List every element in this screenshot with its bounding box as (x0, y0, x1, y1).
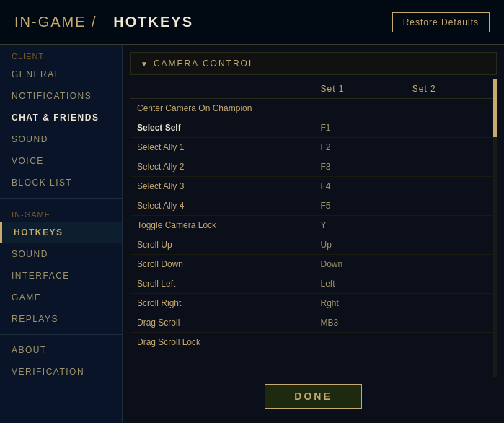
set1-cell[interactable] (314, 333, 405, 352)
table-row: Scroll RightRght (130, 294, 497, 313)
table-row: Select Ally 1F2 (130, 138, 497, 157)
set2-cell[interactable] (405, 157, 497, 177)
set1-cell[interactable]: MB3 (314, 313, 405, 333)
table-row: Select Ally 4F5 (130, 196, 497, 216)
sidebar-item-game[interactable]: GAME (0, 287, 122, 308)
action-cell: Select Ally 4 (130, 196, 314, 216)
sidebar-item-replays[interactable]: REPLAYS (0, 308, 122, 330)
set1-cell[interactable]: F1 (314, 118, 405, 138)
action-cell: Center Camera On Champion (130, 99, 314, 118)
action-cell: Drag Scroll (130, 313, 314, 333)
set2-cell[interactable] (405, 235, 497, 255)
set1-cell[interactable]: Rght (314, 294, 405, 313)
set1-cell[interactable]: F2 (314, 138, 405, 157)
set2-cell[interactable] (405, 255, 497, 274)
set1-cell[interactable]: Down (314, 255, 405, 274)
header: IN-GAME / HOTKEYS Restore Defaults (0, 0, 504, 45)
main-layout: Client GENERAL NOTIFICATIONS CHAT & FRIE… (0, 45, 504, 423)
set2-cell[interactable] (405, 118, 497, 138)
table-row: Select Ally 2F3 (130, 157, 497, 177)
set2-cell[interactable] (405, 196, 497, 216)
action-cell: Select Ally 2 (130, 157, 314, 177)
collapse-arrow-icon[interactable]: ▼ (141, 60, 148, 68)
sidebar-item-verification[interactable]: VERIFICATION (0, 361, 122, 383)
client-section-label: Client (0, 45, 122, 64)
scroll-thumb (493, 79, 497, 137)
done-button[interactable]: DONE (265, 384, 361, 409)
table-row: Center Camera On Champion (130, 99, 497, 118)
action-cell: Select Ally 3 (130, 177, 314, 196)
sidebar-item-sound-ingame[interactable]: SOUND (0, 243, 122, 265)
sidebar-item-sound-client[interactable]: SOUND (0, 128, 122, 150)
sidebar: Client GENERAL NOTIFICATIONS CHAT & FRIE… (0, 45, 123, 423)
action-cell: Toggle Camera Lock (130, 216, 314, 235)
table-header: Set 1 Set 2 (130, 79, 497, 99)
sidebar-item-chat-friends[interactable]: CHAT & FRIENDS (0, 107, 122, 128)
col-action (130, 79, 314, 99)
table-row: Toggle Camera LockY (130, 216, 497, 235)
restore-defaults-button[interactable]: Restore Defaults (392, 12, 490, 32)
action-cell: Scroll Right (130, 294, 314, 313)
hotkeys-table-wrapper: Set 1 Set 2 Center Camera On ChampionSel… (130, 79, 497, 377)
table-row: Select Ally 3F4 (130, 177, 497, 196)
action-cell: Select Ally 1 (130, 138, 314, 157)
col-set2: Set 2 (405, 79, 497, 99)
sidebar-item-voice[interactable]: VOICE (0, 150, 122, 172)
hotkeys-table: Set 1 Set 2 Center Camera On ChampionSel… (130, 79, 497, 352)
breadcrumb-prefix: IN-GAME / (14, 14, 97, 30)
set1-cell[interactable]: Up (314, 235, 405, 255)
set2-cell[interactable] (405, 333, 497, 352)
table-row: Scroll DownDown (130, 255, 497, 274)
content-area: ▼ CAMERA CONTROL Set 1 Set 2 Center Came… (123, 45, 504, 423)
table-row: Scroll UpUp (130, 235, 497, 255)
set2-cell[interactable] (405, 138, 497, 157)
sidebar-item-general[interactable]: GENERAL (0, 64, 122, 85)
set1-cell[interactable]: F3 (314, 157, 405, 177)
set2-cell[interactable] (405, 313, 497, 333)
set2-cell[interactable] (405, 177, 497, 196)
sidebar-item-block-list[interactable]: BLOCK LIST (0, 172, 122, 193)
hotkeys-body: Center Camera On ChampionSelect SelfF1Se… (130, 99, 497, 352)
set1-cell[interactable] (314, 99, 405, 118)
set2-cell[interactable] (405, 294, 497, 313)
action-cell: Scroll Up (130, 235, 314, 255)
sidebar-divider-2 (0, 334, 122, 335)
set2-cell[interactable] (405, 216, 497, 235)
table-row: Drag ScrollMB3 (130, 313, 497, 333)
breadcrumb-current: HOTKEYS (113, 14, 193, 30)
set2-cell[interactable] (405, 99, 497, 118)
action-cell: Scroll Down (130, 255, 314, 274)
set1-cell[interactable]: Left (314, 274, 405, 294)
sidebar-item-about[interactable]: About (0, 339, 122, 361)
ingame-section-label: In-Game (0, 203, 122, 222)
set1-cell[interactable]: F4 (314, 177, 405, 196)
sidebar-item-hotkeys[interactable]: HOTKEYS (0, 222, 122, 243)
section-title: CAMERA CONTROL (154, 58, 255, 69)
sidebar-item-interface[interactable]: INTERFACE (0, 265, 122, 287)
sidebar-item-notifications[interactable]: NOTIFICATIONS (0, 85, 122, 107)
action-cell: Drag Scroll Lock (130, 333, 314, 352)
action-cell: Select Self (130, 118, 314, 138)
set1-cell[interactable]: Y (314, 216, 405, 235)
table-row: Scroll LeftLeft (130, 274, 497, 294)
set2-cell[interactable] (405, 274, 497, 294)
table-row: Select SelfF1 (130, 118, 497, 138)
col-set1: Set 1 (314, 79, 405, 99)
sidebar-divider (0, 198, 122, 199)
section-header: ▼ CAMERA CONTROL (130, 52, 497, 75)
bottom-section: DONE (130, 377, 497, 416)
action-cell: Scroll Left (130, 274, 314, 294)
scroll-bar[interactable] (493, 79, 497, 377)
set1-cell[interactable]: F5 (314, 196, 405, 216)
page-title: IN-GAME / HOTKEYS (14, 14, 193, 30)
table-row: Drag Scroll Lock (130, 333, 497, 352)
